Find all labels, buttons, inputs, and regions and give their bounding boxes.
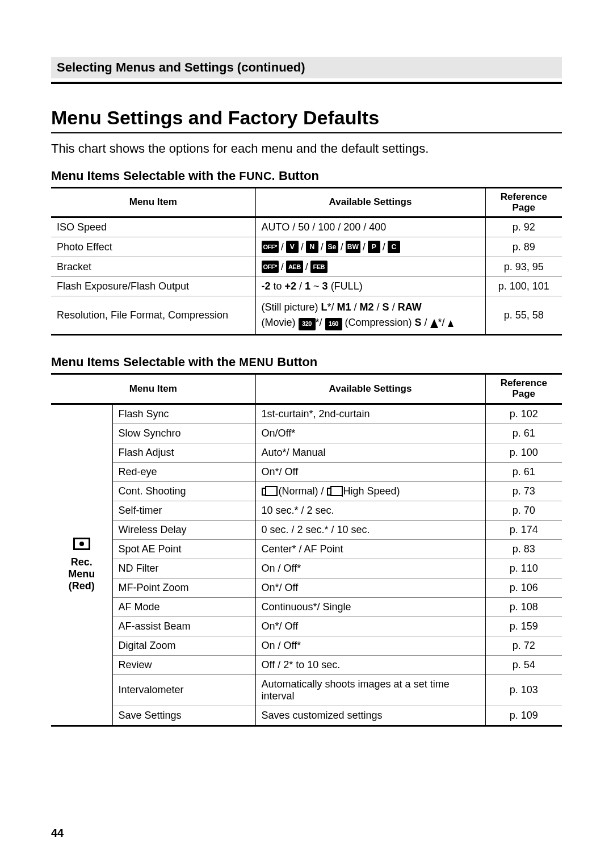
menu-item: AF Mode xyxy=(112,597,255,617)
table-row: Photo Effect OFF*/ V/ N/ Se/ BW/ P/ C p.… xyxy=(51,237,562,257)
movie-320-icon: 320 xyxy=(299,318,316,330)
menu-settings: Continuous*/ Single xyxy=(255,597,485,617)
table-row: MF-Point ZoomOn*/ Offp. 106 xyxy=(51,578,562,597)
table-row: ReviewOff / 2* to 10 sec.p. 54 xyxy=(51,655,562,674)
table-row: Bracket OFF*/ AEB/ FEB p. 93, 95 xyxy=(51,257,562,277)
table-row: ND FilterOn / Off*p. 110 xyxy=(51,559,562,578)
menu-item: Wireless Delay xyxy=(112,520,255,539)
table-row: Rec.Menu(Red)Flash Sync1st-curtain*, 2nd… xyxy=(51,404,562,423)
still-prefix: (Still picture) xyxy=(262,301,321,313)
col-menu-item: Menu Item xyxy=(51,374,255,404)
menu-item: Save Settings xyxy=(112,706,255,726)
menu-ref: p. 83 xyxy=(485,539,562,559)
intro-text: This chart shows the options for each me… xyxy=(51,141,562,156)
rec-menu-label-line: (Red) xyxy=(57,580,107,592)
table-row: Slow SynchroOn/Off*p. 61 xyxy=(51,423,562,443)
bracket-off-icon: OFF* xyxy=(262,261,279,273)
menu-item: AF-assist Beam xyxy=(112,617,255,636)
menu-settings: On*/ Off xyxy=(255,617,485,636)
func-table: Menu Item Available Settings Reference P… xyxy=(51,187,562,336)
section-header-text: Selecting Menus and Settings (continued) xyxy=(57,60,305,74)
menu-button-glyph: MENU xyxy=(239,356,274,368)
table-row: IntervalometerAutomatically shoots image… xyxy=(51,674,562,706)
effect-vivid-icon: V xyxy=(286,241,299,253)
bracket-aeb-icon: AEB xyxy=(286,261,303,273)
bracket-icons: OFF*/ AEB/ FEB xyxy=(262,261,480,273)
menu-settings: On*/ Off xyxy=(255,578,485,597)
func-button-glyph: FUNC. xyxy=(239,170,275,182)
menu-heading-suffix: Button xyxy=(274,355,317,369)
continuous-high-icon xyxy=(327,488,337,496)
compression-fine-icon xyxy=(430,319,438,328)
menu-settings: Automatically shoots images at a set tim… xyxy=(255,674,485,706)
menu-item: Spot AE Point xyxy=(112,539,255,559)
menu-ref: p. 102 xyxy=(485,404,562,423)
func-settings: (Still picture) L*/ M1 / M2 / S / RAW (M… xyxy=(255,296,485,335)
menu-item: Flash Adjust xyxy=(112,443,255,462)
col-menu-item: Menu Item xyxy=(51,188,255,217)
menu-item: Red-eye xyxy=(112,462,255,481)
menu-item: Review xyxy=(112,655,255,674)
menu-subheading: Menu Items Selectable with the MENU Butt… xyxy=(51,355,562,370)
table-row: Wireless Delay0 sec. / 2 sec.* / 10 sec.… xyxy=(51,520,562,539)
menu-table: Menu Item Available Settings Reference P… xyxy=(51,373,562,726)
menu-ref: p. 72 xyxy=(485,636,562,655)
page-title: Menu Settings and Factory Defaults xyxy=(51,107,562,133)
rec-menu-label-line: Rec. xyxy=(57,556,107,568)
menu-ref: p. 103 xyxy=(485,674,562,706)
table-row: Flash AdjustAuto*/ Manualp. 100 xyxy=(51,443,562,462)
movie-prefix: (Movie) xyxy=(262,317,299,328)
rec-menu-category: Rec.Menu(Red) xyxy=(51,404,112,726)
func-ref: p. 92 xyxy=(485,217,562,237)
table-row: ISO Speed AUTO / 50 / 100 / 200 / 400 p.… xyxy=(51,217,562,237)
menu-ref: p. 106 xyxy=(485,578,562,597)
table-row: Cont. Shooting* (Normal) / (High Speed)p… xyxy=(51,481,562,501)
menu-settings: * (Normal) / (High Speed) xyxy=(255,481,485,501)
table-row: Red-eyeOn*/ Offp. 61 xyxy=(51,462,562,481)
menu-settings: Saves customized settings xyxy=(255,706,485,726)
rec-menu-label-line: Menu xyxy=(57,568,107,580)
menu-item: Flash Sync xyxy=(112,404,255,423)
func-ref: p. 93, 95 xyxy=(485,257,562,277)
menu-settings: On / Off* xyxy=(255,559,485,578)
table-row: Flash Exposure/Flash Output -2 to +2 / 1… xyxy=(51,277,562,296)
menu-ref: p. 70 xyxy=(485,501,562,520)
menu-ref: p. 109 xyxy=(485,706,562,726)
table-row: Save SettingsSaves customized settingsp.… xyxy=(51,706,562,726)
func-item: Photo Effect xyxy=(51,237,255,257)
compression-normal-icon xyxy=(448,320,454,327)
menu-settings: 0 sec. / 2 sec.* / 10 sec. xyxy=(255,520,485,539)
menu-heading-prefix: Menu Items Selectable with the xyxy=(51,355,239,369)
func-settings: AUTO / 50 / 100 / 200 / 400 xyxy=(255,217,485,237)
bracket-focus-icon: FEB xyxy=(310,261,328,273)
menu-ref: p. 100 xyxy=(485,443,562,462)
table-row: AF-assist BeamOn*/ Offp. 159 xyxy=(51,617,562,636)
photo-effect-icons: OFF*/ V/ N/ Se/ BW/ P/ C xyxy=(262,241,480,253)
menu-ref: p. 174 xyxy=(485,520,562,539)
func-item: Flash Exposure/Flash Output xyxy=(51,277,255,296)
menu-item: ND Filter xyxy=(112,559,255,578)
func-ref: p. 55, 58 xyxy=(485,296,562,335)
func-heading-suffix: Button xyxy=(275,169,319,183)
effect-neutral-icon: N xyxy=(306,241,318,253)
col-available: Available Settings xyxy=(255,374,485,404)
func-ref: p. 100, 101 xyxy=(485,277,562,296)
menu-settings: Auto*/ Manual xyxy=(255,443,485,462)
menu-ref: p. 108 xyxy=(485,597,562,617)
table-row: Resolution, File Format, Compression (St… xyxy=(51,296,562,335)
menu-settings: Off / 2* to 10 sec. xyxy=(255,655,485,674)
func-settings: OFF*/ AEB/ FEB xyxy=(255,257,485,277)
menu-ref: p. 159 xyxy=(485,617,562,636)
table-row: AF ModeContinuous*/ Singlep. 108 xyxy=(51,597,562,617)
menu-settings: On/Off* xyxy=(255,423,485,443)
menu-item: Slow Synchro xyxy=(112,423,255,443)
effect-custom-icon: C xyxy=(388,241,400,253)
col-reference: Reference Page xyxy=(485,188,562,217)
menu-ref: p. 54 xyxy=(485,655,562,674)
func-settings: -2 to +2 / 1 ~ 3 (FULL) xyxy=(255,277,485,296)
effect-positive-icon: P xyxy=(368,241,380,253)
table-row: Digital ZoomOn / Off*p. 72 xyxy=(51,636,562,655)
menu-settings: 1st-curtain*, 2nd-curtain xyxy=(255,404,485,423)
effect-off-icon: OFF* xyxy=(262,241,279,253)
section-divider xyxy=(51,82,562,84)
